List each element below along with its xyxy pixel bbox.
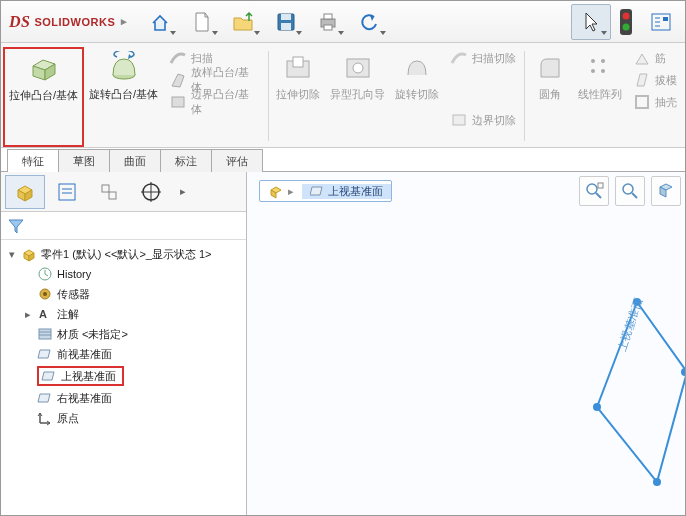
material-icon	[37, 326, 53, 342]
tree-sensors[interactable]: 传感器	[3, 284, 244, 304]
tab-dimxpert[interactable]: 标注	[160, 149, 212, 172]
svg-rect-25	[636, 96, 648, 108]
cut-extrude-button[interactable]: 拉伸切除	[271, 47, 325, 147]
panel-overflow[interactable]: ▸	[173, 175, 193, 209]
cut-sweep-icon	[450, 49, 468, 67]
sensor-icon	[37, 286, 53, 302]
cut-boundary-button[interactable]: 边界切除	[446, 109, 520, 131]
sweep-icon	[169, 49, 187, 67]
tab-evaluate[interactable]: 评估	[211, 149, 263, 172]
dimxpert-manager-tab[interactable]	[131, 175, 171, 209]
revolve-icon	[107, 51, 141, 85]
tree-root[interactable]: ▾ 零件1 (默认) <<默认>_显示状态 1>	[3, 244, 244, 264]
svg-rect-9	[652, 14, 670, 30]
options-panel-button[interactable]	[641, 4, 681, 40]
undo-button[interactable]	[350, 4, 390, 40]
draft-button[interactable]: 拔模	[629, 69, 681, 91]
part-icon	[13, 180, 37, 204]
new-button[interactable]	[182, 4, 222, 40]
svg-rect-2	[281, 23, 291, 30]
title-bar: DS SOLIDWORKS ▸	[1, 1, 685, 43]
feature-manager-panel: ▸ ▾ 零件1 (默认) <<默认>_显示状态 1> History 传感器 ▸…	[1, 172, 247, 515]
tree-top-plane[interactable]: 上视基准面	[3, 364, 244, 388]
config-icon	[97, 180, 121, 204]
svg-rect-4	[324, 14, 332, 19]
home-button[interactable]	[140, 4, 180, 40]
undo-icon	[360, 12, 380, 32]
chevron-right-icon: ▸	[180, 185, 186, 198]
svg-rect-1	[281, 14, 291, 20]
svg-point-49	[593, 403, 601, 411]
traffic-light-button[interactable]	[613, 4, 639, 40]
svg-rect-26	[59, 184, 75, 200]
svg-point-7	[623, 12, 630, 19]
save-button[interactable]	[266, 4, 306, 40]
tree-right-plane[interactable]: 右视基准面	[3, 388, 244, 408]
cut-sweep-button[interactable]: 扫描切除	[446, 47, 520, 69]
boundary-button[interactable]: 边界凸台/基体	[165, 91, 264, 113]
boundary-icon	[169, 93, 187, 111]
svg-point-47	[681, 368, 685, 376]
svg-point-23	[591, 69, 595, 73]
tab-surface[interactable]: 曲面	[109, 149, 161, 172]
hole-icon	[341, 51, 375, 85]
workspace: ▸ ▾ 零件1 (默认) <<默认>_显示状态 1> History 传感器 ▸…	[1, 172, 685, 515]
brand-text: SOLIDWORKS	[34, 16, 115, 28]
expand-icon[interactable]: ▸	[23, 308, 33, 321]
traffic-light-icon	[619, 8, 633, 36]
svg-point-24	[601, 69, 605, 73]
fillet-button[interactable]: 圆角	[527, 47, 573, 147]
graphics-viewport[interactable]: ▸ 上视基准面 上视基准面	[247, 172, 685, 515]
tree-material[interactable]: 材质 <未指定>	[3, 324, 244, 344]
tree-history[interactable]: History	[3, 264, 244, 284]
feature-tree-tab[interactable]	[5, 175, 45, 209]
extrude-boss-button[interactable]: 拉伸凸台/基体	[3, 47, 84, 147]
linear-pattern-button[interactable]: 线性阵列	[573, 47, 627, 147]
annotation-icon: A	[37, 306, 53, 322]
history-icon	[37, 266, 53, 282]
svg-point-21	[591, 59, 595, 63]
tab-sketch[interactable]: 草图	[58, 149, 110, 172]
svg-rect-17	[293, 57, 303, 67]
target-icon	[139, 180, 163, 204]
svg-rect-20	[453, 115, 465, 125]
cursor-icon	[582, 11, 600, 33]
collapse-icon[interactable]: ▾	[7, 248, 17, 261]
panel-tabs: ▸	[1, 172, 246, 212]
svg-rect-30	[109, 192, 116, 199]
cut-extrude-icon	[281, 51, 315, 85]
filter-bar	[1, 212, 246, 240]
fillet-icon	[533, 51, 567, 85]
home-icon	[149, 11, 171, 33]
tree-origin[interactable]: 原点	[3, 408, 244, 428]
svg-rect-29	[102, 185, 109, 192]
select-cursor-button[interactable]	[571, 4, 611, 40]
rib-button[interactable]: 筋	[629, 47, 681, 69]
print-button[interactable]	[308, 4, 348, 40]
svg-text:A: A	[39, 308, 47, 320]
svg-point-48	[653, 478, 661, 486]
tree-front-plane[interactable]: 前视基准面	[3, 344, 244, 364]
svg-rect-15	[172, 97, 184, 107]
tab-features[interactable]: 特征	[7, 149, 59, 172]
hole-wizard-button[interactable]: 异型孔向导	[325, 47, 390, 147]
cut-revolve-icon	[400, 51, 434, 85]
svg-point-36	[43, 292, 47, 296]
extrude-icon	[27, 52, 61, 86]
revolve-label: 旋转凸台/基体	[89, 88, 158, 101]
tree-annotations[interactable]: ▸A注解	[3, 304, 244, 324]
shell-button[interactable]: 抽壳	[629, 91, 681, 113]
new-file-icon	[192, 11, 212, 33]
funnel-icon[interactable]	[7, 217, 25, 235]
open-button[interactable]	[224, 4, 264, 40]
property-manager-tab[interactable]	[47, 175, 87, 209]
rib-icon	[633, 49, 651, 67]
loft-icon	[169, 71, 187, 89]
cut-revolve-button[interactable]: 旋转切除	[390, 47, 444, 147]
ds-logo-icon: DS	[9, 13, 30, 31]
revolve-boss-button[interactable]: 旋转凸台/基体	[84, 47, 163, 147]
save-icon	[275, 11, 297, 33]
svg-point-8	[623, 23, 630, 30]
config-manager-tab[interactable]	[89, 175, 129, 209]
pattern-icon	[583, 51, 617, 85]
